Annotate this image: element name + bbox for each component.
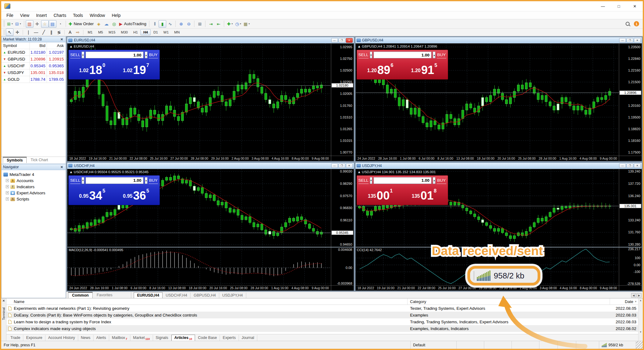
market-watch-toggle-button[interactable]: ▥ (26, 20, 33, 28)
column-header-category[interactable]: Category (408, 298, 610, 305)
chart-restore-button[interactable]: ❐ (627, 163, 633, 168)
symbol-row-eurusd[interactable]: ▲EURUSD1.021801.02197 (2, 49, 66, 56)
tab-symbols[interactable]: Symbols (3, 157, 27, 163)
symbol-row-gold[interactable]: ▲GOLD1788.741789.05 (2, 76, 66, 83)
menu-help[interactable]: Help (108, 12, 124, 19)
chart-window-titlebar[interactable]: EURUSD,H4 — ❐ ✕ (67, 37, 354, 43)
article-row[interactable]: Experiments with neural networks (Part 1… (6, 305, 638, 312)
volume-input[interactable] (374, 52, 431, 58)
status-profile[interactable]: Default (411, 341, 457, 349)
terminal-tab-mailbox[interactable]: Mailbox7 (109, 335, 130, 341)
ask-price-display[interactable]: 1.02197 (114, 60, 158, 77)
timeframe-d1[interactable]: D1 (151, 29, 161, 35)
menu-window[interactable]: Window (86, 12, 109, 19)
autotrading-button[interactable]: ▶AutoTrading (118, 20, 148, 28)
indicators-list-button[interactable]: ✚▾ (226, 20, 234, 28)
scroll-up-icon[interactable]: ▲ (639, 299, 642, 302)
periods-button[interactable]: ◷▾ (234, 20, 242, 28)
volume-increase-button[interactable]: ▲ (433, 177, 435, 184)
expand-icon[interactable]: + (6, 179, 9, 182)
sell-button[interactable]: SELL (70, 52, 80, 58)
terminal-tab-news[interactable]: News (78, 335, 94, 341)
close-icon[interactable]: ✕ (59, 37, 64, 41)
timeframe-mn[interactable]: MN (171, 29, 182, 35)
column-header-name[interactable]: Name (6, 298, 408, 305)
community-badge[interactable]: 1 (634, 21, 639, 26)
volume-input[interactable] (374, 177, 431, 184)
fibonacci-tool-button[interactable]: ≶ (55, 29, 63, 36)
chart-plot-area[interactable]: ▲ USDCHF,H4 0.95504 0.95525 0.95321 0.95… (67, 169, 331, 247)
toolbar-grip[interactable] (3, 30, 5, 35)
chart-minimize-button[interactable]: — (331, 163, 338, 168)
line-chart-mode-button[interactable]: ∿ (166, 20, 174, 28)
chart-close-button[interactable]: ✕ (634, 38, 641, 43)
volume-increase-button[interactable]: ▲ (145, 177, 148, 184)
scroll-left-icon[interactable]: ◀ (631, 293, 636, 298)
zoom-out-button[interactable]: ⊖ (185, 20, 193, 28)
chart-restore-button[interactable]: ❐ (339, 163, 345, 168)
timeframe-m30[interactable]: M30 (118, 29, 130, 35)
close-icon[interactable]: ✕ (2, 298, 5, 303)
volume-input[interactable] (86, 177, 144, 184)
menu-file[interactable]: File (3, 12, 17, 19)
metaeditor-button[interactable]: ◈ (95, 20, 103, 28)
new-chart-button[interactable]: ⊞▾ (6, 20, 14, 28)
volume-decrease-button[interactable]: ▼ (82, 177, 84, 184)
tree-item-accounts[interactable]: +$Accounts (3, 177, 66, 184)
bid-price-display[interactable]: 1.02180 (70, 60, 114, 77)
menu-tools[interactable]: Tools (70, 12, 86, 19)
article-row[interactable]: Learn how to design a trading system by … (6, 318, 638, 325)
volume-input[interactable] (86, 52, 144, 58)
scroll-down-icon[interactable]: ▼ (639, 331, 642, 333)
terminal-tab-alerts[interactable]: Alerts (94, 335, 109, 341)
terminal-tab-account-history[interactable]: Account History (45, 335, 78, 341)
vertical-line-tool-button[interactable]: | (25, 29, 32, 36)
text-tool-button[interactable]: A (66, 29, 74, 36)
volume-decrease-button[interactable]: ▼ (82, 52, 84, 58)
chart-window-titlebar[interactable]: GBPUSD,H4 — ❐ ✕ (355, 37, 642, 43)
scroll-right-icon[interactable]: ▶ (637, 293, 642, 298)
volume-decrease-button[interactable]: ▼ (370, 177, 373, 184)
menu-charts[interactable]: Charts (50, 12, 70, 19)
sell-button[interactable]: SELL (358, 52, 369, 58)
toolbar-grip[interactable] (3, 21, 5, 27)
terminal-tab-market[interactable]: Market110 (130, 335, 153, 341)
menu-insert[interactable]: Insert (33, 12, 50, 19)
article-row[interactable]: Complex indicators made easy using objec… (6, 325, 638, 332)
sell-button[interactable]: SELL (70, 177, 80, 184)
signals-button[interactable]: ◎ (110, 20, 118, 28)
close-icon[interactable]: ✕ (59, 165, 64, 169)
window-close-button[interactable]: ✕ (627, 1, 643, 11)
chart-window-titlebar[interactable]: USDJPY,H4 — ❐ ✕ (355, 163, 642, 169)
chart-tab-usdchf-h4[interactable]: USDCHF,H4 (163, 293, 190, 298)
chart-tab-gbpusd-h4[interactable]: GBPUSD,H4 (190, 293, 219, 298)
volume-decrease-button[interactable]: ▼ (370, 52, 373, 58)
buy-button[interactable]: BUY (437, 52, 446, 58)
navigator-toggle-button[interactable]: ☆ (41, 20, 49, 28)
terminal-tab-journal[interactable]: Journal (239, 335, 257, 341)
symbol-row-usdjpy[interactable]: ▼USDJPY135.001135.018 (2, 69, 66, 76)
chart-restore-button[interactable]: ❐ (627, 38, 633, 43)
menu-view[interactable]: View (17, 12, 33, 19)
tab-favorites[interactable]: Favorites (93, 292, 116, 298)
chart-shift-button[interactable]: ⇤ (215, 20, 222, 28)
chart-close-button[interactable]: ✕ (346, 163, 353, 168)
sell-button[interactable]: SELL (358, 177, 369, 184)
horizontal-line-tool-button[interactable]: — (32, 29, 40, 36)
tree-item-expert-advisors[interactable]: +◆Expert Advisors (3, 190, 66, 196)
terminal-scrollbar[interactable]: ▲ ▼ (638, 298, 643, 341)
chart-tab-eurusd-h4[interactable]: EURUSD,H4 (134, 292, 163, 298)
zoom-in-button[interactable]: ⊕ (177, 20, 185, 28)
column-header-date[interactable]: Date ▼ (610, 298, 638, 305)
terminal-tab-trade[interactable]: Trade (8, 335, 23, 341)
tab-common[interactable]: Common (68, 292, 93, 298)
auto-scroll-button[interactable]: ⇥ (207, 20, 215, 28)
window-maximize-button[interactable]: □ (611, 1, 627, 11)
arrows-tool-button[interactable]: ⇨ (74, 29, 82, 36)
tree-item-indicators[interactable]: +fIndicators (3, 184, 66, 190)
chart-plot-area[interactable]: ▲ GBPUSD,H4 1.20841 1.20914 1.20647 1.20… (356, 44, 619, 156)
tree-root[interactable]: MetaTrader 4 (3, 171, 66, 177)
ask-price-display[interactable]: 135018 (402, 185, 446, 203)
profiles-button[interactable]: ⊟▾ (14, 20, 22, 28)
chart-restore-button[interactable]: ❐ (339, 38, 345, 43)
